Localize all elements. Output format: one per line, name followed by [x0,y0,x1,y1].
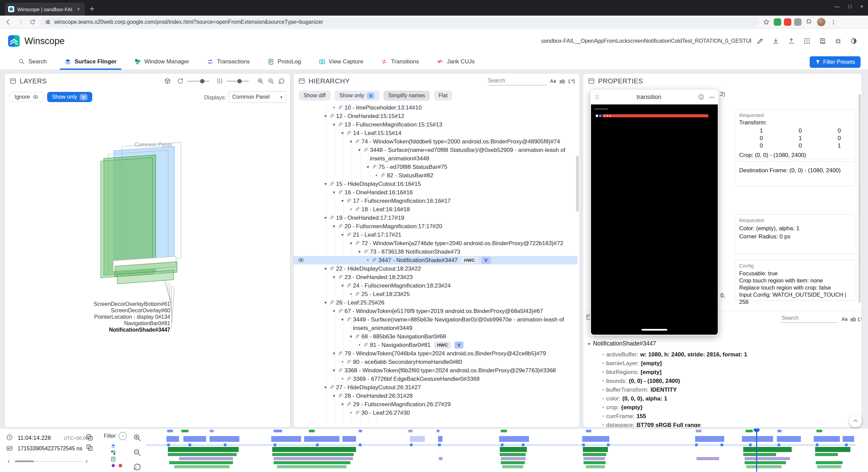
tree-node[interactable]: ▾68 - 885b63e NavigationBar0#68 [294,332,577,341]
trace-segment[interactable] [777,436,801,442]
tree-node[interactable]: ▾13 - FullscreenMagnification:15:15#13 [294,120,577,129]
match-case-icon[interactable]: Aa [842,316,848,322]
filter-presets-button[interactable]: Filter Presets [810,56,861,68]
rotation-icon[interactable] [177,78,184,84]
tree-node[interactable]: ▾75 - ed70f88 StatusBar#75 [294,163,577,171]
extension-icon-green[interactable] [774,18,781,26]
tree-node[interactable]: ▾17 - FullscreenMagnification:16:16#17 [294,197,577,205]
leaf-bullet-icon[interactable]: • [364,256,372,264]
tab-search[interactable]: Search [9,54,56,70]
trace-segment[interactable] [583,453,606,456]
match-word-icon[interactable]: ab [559,78,565,84]
extensions-puzzle-icon[interactable] [804,17,814,27]
layer-label[interactable]: NotificationShade#3447 [28,327,170,333]
pin-icon[interactable] [338,122,344,127]
pin-icon[interactable] [355,291,361,297]
leaf-bullet-icon[interactable]: • [347,205,355,214]
match-case-icon[interactable]: Aa [550,78,556,84]
new-tab-button[interactable]: + [90,4,94,16]
trace-tick[interactable] [522,444,525,446]
trace-tick[interactable] [749,444,752,446]
pin-icon[interactable] [338,105,344,110]
trace-segment[interactable] [438,436,442,442]
pin-icon[interactable] [346,359,353,365]
regex-icon[interactable]: (.*) [858,316,862,322]
match-word-icon[interactable]: ab [850,316,856,322]
trace-segment[interactable] [815,447,851,452]
property-row[interactable]: •currFrame:155 [583,412,862,421]
expand-arrow-icon[interactable]: ▾ [322,383,329,392]
expand-arrow-icon[interactable]: ▾ [330,273,338,281]
tree-node[interactable]: ▾29 - FullscreenMagnification:26:27#29 [294,400,577,409]
trace-segment[interactable] [586,465,605,468]
show-diff-toggle[interactable]: Show diff [299,91,331,101]
pin-icon[interactable] [355,334,361,339]
show-only-v-toggle[interactable]: Show only V [335,91,380,101]
layer-label[interactable]: ScreenDecorOverlay#60 [28,307,170,314]
tree-node[interactable]: ▾16 - OneHanded:16:16#16 [294,188,577,197]
layer-label[interactable]: NavigationBar0#81 [28,320,170,327]
expand-arrow-icon[interactable]: ▾ [588,341,590,347]
trace-segment[interactable] [584,461,606,464]
viewer-title-bar[interactable]: transition — [590,90,718,104]
leaf-bullet-icon[interactable]: • [373,171,380,180]
tab-transitions[interactable]: Transitions [372,54,428,70]
property-row[interactable]: •dataspace:BT709 sRGB Full range [583,421,862,428]
tree-node[interactable]: ▾14 - Leaf:15:15#14 [294,129,577,137]
pin-icon[interactable] [329,266,336,271]
spacing-slider[interactable] [226,81,249,82]
expand-arrow-icon[interactable]: ▾ [339,281,346,290]
pin-icon[interactable] [346,232,353,237]
pin-icon[interactable] [346,376,353,381]
property-row[interactable]: •activeBuffer:w: 1080, h: 2400, stride: … [583,350,862,359]
trace-segment[interactable] [501,461,525,464]
show-only-v-toggle[interactable]: Show only V [47,92,92,102]
property-row[interactable]: •color:(0, 0, 0), alpha: 1 [583,394,862,403]
bookmark-star-icon[interactable] [762,17,771,27]
layers-3d-canvas[interactable] [5,107,290,428]
pin-icon[interactable] [338,274,344,280]
minimize-viewer-icon[interactable]: — [709,94,714,100]
trace-tick[interactable] [410,444,413,446]
property-row[interactable]: •blurRegions:[empty] [583,368,862,377]
property-row[interactable]: •barrierLayer:[empty] [583,359,862,368]
trace-segment[interactable] [695,436,724,442]
pin-icon[interactable] [329,300,336,305]
trace-segment[interactable] [210,436,239,442]
trace-tick[interactable] [438,444,441,446]
trace-tick[interactable] [316,444,319,446]
docs-book-icon[interactable] [816,34,829,48]
expand-arrow-icon[interactable]: ▾ [330,222,338,231]
bug-report-icon[interactable] [831,34,845,48]
expand-arrow-icon[interactable]: ▾ [347,239,355,248]
trace-segment[interactable] [582,436,609,442]
trace-tick[interactable] [359,444,361,446]
tree-node[interactable]: •18 - Leaf:16:16#18 [294,205,577,214]
expand-arrow-icon[interactable]: ▾ [330,188,338,197]
trace-segment[interactable] [304,436,340,442]
trace-tick[interactable] [274,444,276,446]
tab-window-manager[interactable]: Window Manager [125,54,198,70]
expand-arrow-icon[interactable]: ▾ [322,180,329,188]
trace-segment[interactable] [584,457,605,460]
extension-icon-gray[interactable] [794,18,802,26]
tree-node[interactable]: •3369 - 67726bf EdgeBackGestureHandler0#… [294,375,577,383]
trace-segment[interactable] [500,453,525,456]
expand-arrow-icon[interactable]: ▾ [330,349,338,358]
tree-node[interactable]: ▾3449 - Surface(name=885b63e NavigationB… [294,315,577,332]
tree-node[interactable]: •10 - ImePlaceholder:13:14#10 [294,103,577,112]
pin-icon[interactable] [338,393,344,398]
expand-arrow-icon[interactable]: ▾ [339,315,346,324]
trace-tick[interactable] [189,444,191,446]
trace-tick[interactable] [167,444,170,446]
pin-icon[interactable] [338,308,344,314]
forward-icon[interactable] [16,17,25,27]
rotation-slider[interactable] [187,81,210,82]
zoom-in-button[interactable] [257,78,264,85]
transition-viewer-window[interactable]: transition — [590,89,719,336]
tab-protolog[interactable]: ProtoLog [259,54,310,70]
tab-transactions[interactable]: Transactions [198,54,259,70]
tree-node[interactable]: ▾3368 - WindowToken{f6b2f60 type=2024 an… [294,366,577,375]
tree-node[interactable]: ▾74 - WindowToken{fdddbe6 type=2000 andr… [294,137,577,146]
maximize-icon[interactable]: □ [848,3,851,9]
